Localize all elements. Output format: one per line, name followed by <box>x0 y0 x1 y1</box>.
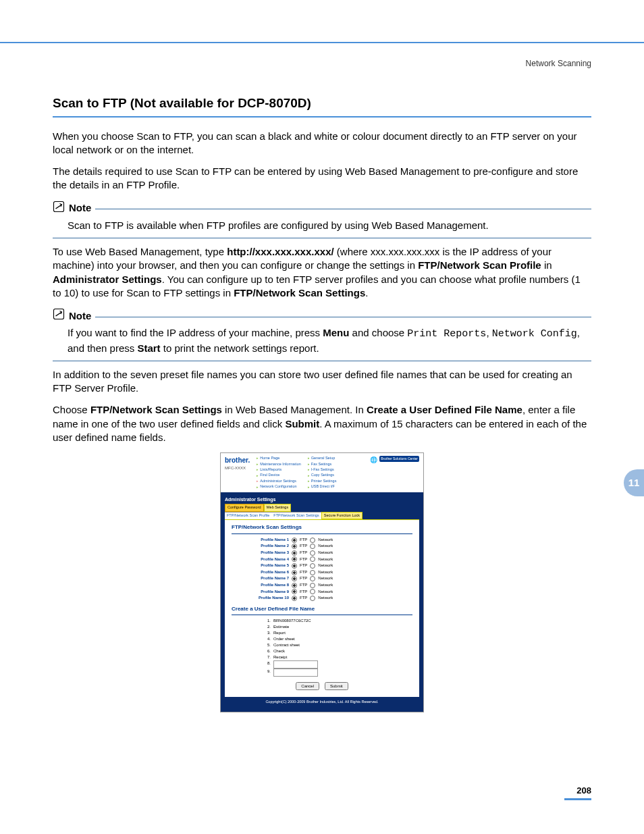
radio-ftp[interactable] <box>292 570 297 575</box>
radio-ftp[interactable] <box>292 556 297 562</box>
radio-ftp[interactable] <box>292 596 297 601</box>
udfn-row: 3.Report <box>232 630 412 636</box>
nav-link[interactable]: General Setup <box>308 456 337 461</box>
radio-network[interactable] <box>310 538 315 543</box>
note-body: If you want to find the IP address of yo… <box>68 326 589 355</box>
model-label: MFC-XXXX <box>225 465 250 471</box>
radio-network[interactable] <box>310 596 315 601</box>
radio-network[interactable] <box>310 583 315 588</box>
radio-network[interactable] <box>310 563 315 569</box>
profile-row: Profile Name 8FTPNetwork <box>232 582 412 589</box>
nav-link[interactable]: Maintenance Information <box>257 462 301 467</box>
scroll-top-icon[interactable]: ▲ <box>407 692 412 699</box>
udfn-input[interactable] <box>273 669 318 677</box>
profile-row: Profile Name 6FTPNetwork <box>232 569 412 576</box>
globe-icon: 🌐 <box>370 456 377 464</box>
udfn-row: 4.Order sheet <box>232 636 412 642</box>
udfn-row: 2.Estimate <box>232 624 412 630</box>
submit-button[interactable]: Submit <box>325 682 348 690</box>
profile-row: Profile Name 10FTPNetwork <box>232 595 412 602</box>
note-label: Note <box>69 201 91 215</box>
udfn-row: 7.Receipt <box>232 654 412 660</box>
udfn-heading: Create a User Defined File Name <box>232 606 412 616</box>
ftp-settings-heading: FTP/Network Scan Settings <box>232 524 412 534</box>
page-number: 208 <box>576 785 591 797</box>
note-block: Note Scan to FTP is available when FTP p… <box>53 201 591 239</box>
cancel-button[interactable]: Cancel <box>296 682 319 690</box>
nav-link[interactable]: I-Fax Settings <box>308 467 337 472</box>
profile-row: Profile Name 5FTPNetwork <box>232 563 412 569</box>
note-body: Scan to FTP is available when FTP profil… <box>68 219 589 232</box>
note-icon <box>53 308 65 323</box>
nav-link[interactable]: Copy Settings <box>308 473 337 477</box>
brother-logo: brother. <box>225 456 250 465</box>
tab-ftp-profile[interactable]: FTP/Network Scan Profile <box>225 512 271 519</box>
note-icon <box>53 201 65 216</box>
paragraph: The details required to use Scan to FTP … <box>53 165 591 192</box>
paragraph: To use Web Based Management, type http:/… <box>53 245 591 300</box>
admin-settings-title: Administrator Settings <box>225 496 419 502</box>
nav-link[interactable]: Printer Settings <box>308 479 337 484</box>
embedded-screenshot: brother. MFC-XXXX Home PageMaintenance I… <box>220 452 424 712</box>
profile-row: Profile Name 3FTPNetwork <box>232 550 412 556</box>
nav-link[interactable]: Home Page <box>257 456 301 461</box>
nav-link[interactable]: Administrator Settings <box>257 479 301 484</box>
nav-link[interactable]: Fax Settings <box>308 462 337 467</box>
nav-link[interactable]: USB Direct I/F <box>308 484 337 489</box>
profile-row: Profile Name 7FTPNetwork <box>232 575 412 582</box>
radio-network[interactable] <box>310 550 315 556</box>
chapter-tab: 11 <box>624 469 644 496</box>
tab-secure-function-lock[interactable]: Secure Function Lock <box>321 512 363 519</box>
note-label: Note <box>69 309 91 323</box>
tab-ftp-settings[interactable]: FTP/Network Scan Settings <box>271 512 321 519</box>
copyright-footer: ▲ Copyright(C) 2000-2009 Brother Industr… <box>225 697 419 707</box>
tab-web-settings[interactable]: Web Settings <box>264 504 292 511</box>
paragraph: When you choose Scan to FTP, you can sca… <box>53 130 591 157</box>
nav-link[interactable]: Lists/Reports <box>257 467 301 472</box>
udfn-row: 5.Contract sheet <box>232 642 412 648</box>
tab-configure-password[interactable]: Configure Password <box>225 504 264 511</box>
profile-row: Profile Name 4FTPNetwork <box>232 556 412 563</box>
settings-tabs: Configure Password Web Settings <box>225 504 419 511</box>
radio-network[interactable] <box>310 544 315 549</box>
radio-network[interactable] <box>310 589 315 594</box>
udfn-row: 6.Check <box>232 648 412 654</box>
radio-ftp[interactable] <box>292 550 297 556</box>
radio-ftp[interactable] <box>292 583 297 588</box>
page-header: Network Scanning <box>526 58 591 69</box>
section-title: Scan to FTP (Not available for DCP-8070D… <box>53 95 591 112</box>
profile-row: Profile Name 2FTPNetwork <box>232 543 412 550</box>
radio-ftp[interactable] <box>292 538 297 543</box>
udfn-input[interactable] <box>273 660 318 669</box>
radio-ftp[interactable] <box>292 576 297 581</box>
radio-ftp[interactable] <box>292 544 297 549</box>
udfn-row: 9. <box>232 669 412 677</box>
solutions-center-link[interactable]: Brother Solutions Center <box>379 456 419 462</box>
paragraph: In addition to the seven preset file nam… <box>53 368 591 396</box>
nav-link[interactable]: Network Configuration <box>257 484 301 489</box>
profile-row: Profile Name 9FTPNetwork <box>232 589 412 596</box>
radio-ftp[interactable] <box>292 589 297 594</box>
udfn-row: 1.BRN008077C6C72C <box>232 618 412 624</box>
radio-ftp[interactable] <box>292 563 297 569</box>
profile-row: Profile Name 1FTPNetwork <box>232 537 412 544</box>
radio-network[interactable] <box>310 576 315 581</box>
paragraph: Choose FTP/Network Scan Settings in Web … <box>53 403 591 444</box>
nav-link[interactable]: Find Device <box>257 473 301 477</box>
radio-network[interactable] <box>310 570 315 575</box>
radio-network[interactable] <box>310 556 315 562</box>
note-block: Note If you want to find the IP address … <box>53 308 591 361</box>
udfn-row: 8. <box>232 660 412 669</box>
